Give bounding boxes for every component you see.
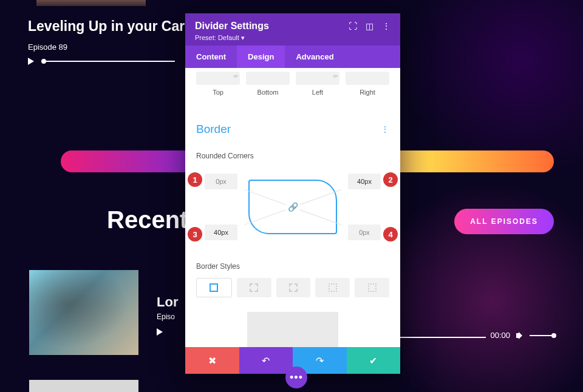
tab-content[interactable]: Content — [185, 46, 237, 68]
corner-top-left-input[interactable]: 0px — [205, 174, 237, 189]
modal-title: Divider Settings — [195, 21, 269, 32]
step-marker-2: 2 — [383, 172, 398, 187]
tab-advanced[interactable]: Advanced — [285, 46, 344, 68]
play-icon[interactable] — [28, 58, 34, 65]
corner-bottom-right-input[interactable]: 0px — [348, 225, 381, 240]
step-marker-4: 4 — [383, 227, 398, 242]
corner-top-right-input[interactable]: 40px — [348, 174, 381, 189]
episode-subtitle: Episo — [157, 313, 178, 321]
spacing-bottom-input[interactable] — [246, 72, 290, 85]
columns-icon[interactable]: ◫ — [366, 21, 373, 31]
play-icon[interactable] — [157, 328, 163, 336]
spacing-top-input[interactable]: ‹/› — [196, 72, 240, 85]
border-styles-label: Border Styles — [196, 262, 389, 271]
hero-thumbnail — [36, 0, 146, 6]
episode-thumbnail[interactable] — [29, 270, 138, 355]
tab-design[interactable]: Design — [237, 46, 285, 68]
border-style-all[interactable] — [196, 278, 232, 297]
spacing-left-input[interactable]: ‹/› — [296, 72, 339, 85]
volume-icon[interactable] — [516, 332, 523, 339]
border-style-right[interactable] — [276, 278, 311, 297]
volume-slider[interactable] — [530, 335, 554, 336]
episode-thumbnail[interactable] — [29, 380, 138, 392]
border-section-title[interactable]: Border — [196, 123, 231, 136]
section-menu-icon[interactable]: ⋮ — [381, 124, 389, 134]
step-marker-1: 1 — [188, 172, 202, 187]
rounded-corners-control: 1 2 3 4 0px 40px 40px 0px 🔗 — [196, 167, 389, 246]
corner-bottom-left-input[interactable]: 40px — [205, 225, 237, 240]
spacing-right-input[interactable] — [346, 72, 389, 85]
page-settings-fab[interactable]: ••• — [285, 367, 307, 388]
preset-dropdown[interactable]: Preset: Default ▾ — [195, 34, 390, 42]
recent-heading: Recent — [107, 206, 188, 234]
expand-icon[interactable]: ⛶ — [349, 21, 357, 31]
dynamic-icon[interactable]: ‹/› — [333, 73, 338, 79]
all-episodes-button[interactable]: ALL EPISODES — [454, 209, 554, 234]
dynamic-icon[interactable]: ‹/› — [233, 73, 238, 79]
save-button[interactable]: ✔ — [347, 347, 401, 374]
border-preview-box — [247, 312, 338, 347]
link-corners-icon[interactable]: 🔗 — [286, 202, 300, 212]
step-marker-3: 3 — [188, 227, 202, 242]
cancel-button[interactable]: ✖ — [185, 347, 239, 374]
border-style-top[interactable] — [237, 278, 271, 297]
hero-subtitle: Episode 89 — [28, 42, 67, 52]
kebab-menu-icon[interactable]: ⋮ — [382, 21, 390, 31]
undo-button[interactable]: ↶ — [239, 347, 293, 374]
episode-time: 00:00 — [490, 331, 510, 340]
hero-progress-bar[interactable] — [41, 61, 175, 62]
rounded-corners-label: Rounded Corners — [196, 152, 389, 160]
episode-title: Lor — [157, 294, 178, 310]
corner-preview-shape: 🔗 — [248, 180, 337, 234]
border-style-bottom[interactable] — [315, 278, 350, 297]
divider-settings-modal: Divider Settings ⛶ ◫ ⋮ Preset: Default ▾… — [185, 13, 400, 374]
border-style-left[interactable] — [355, 278, 389, 297]
